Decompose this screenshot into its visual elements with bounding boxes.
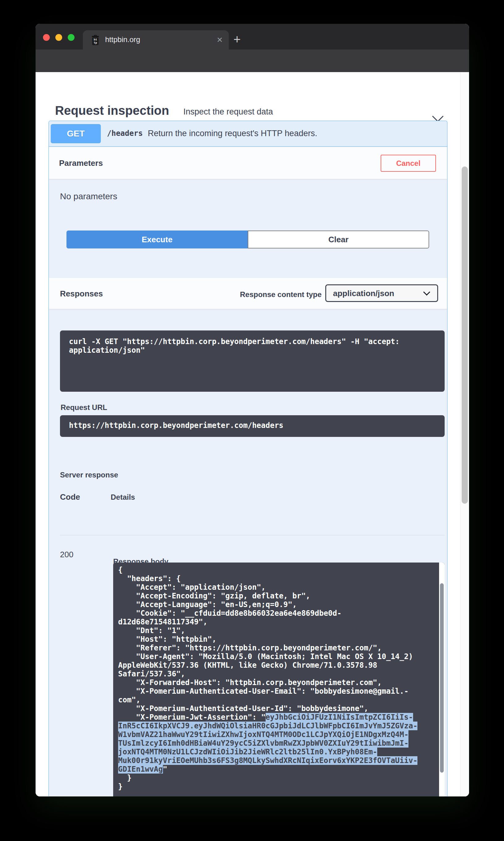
parameters-header: Parameters Cancel bbox=[49, 147, 447, 179]
browser-toolbar: ← → ⟳ https://httpbin.corp.beyondperimet… bbox=[36, 50, 469, 72]
content-type-label: Response content type bbox=[240, 290, 322, 299]
new-tab-button[interactable]: + bbox=[233, 33, 240, 46]
operation-summary[interactable]: GET /headers Return the incoming request… bbox=[49, 121, 447, 147]
httpbin-favicon-icon: http bbox=[91, 35, 100, 45]
response-table-divider bbox=[60, 535, 445, 535]
tab-close-icon[interactable]: × bbox=[217, 34, 223, 46]
operation-card-get-headers: GET /headers Return the incoming request… bbox=[49, 121, 447, 796]
response-body-block[interactable]: { "headers": { "Accept": "application/js… bbox=[113, 562, 445, 796]
content-type-value: application/json bbox=[333, 289, 394, 298]
selected-jwt-text: eyJhbGciOiJFUzI1NiIsImtpZCI6IiIs- InR5cC… bbox=[118, 713, 417, 773]
close-window-button[interactable] bbox=[43, 34, 50, 41]
zoom-window-button[interactable] bbox=[68, 34, 74, 41]
content-type-select[interactable]: application/json bbox=[325, 284, 438, 302]
browser-window: http httpbin.org × + ← → ⟳ https://httpb… bbox=[36, 24, 469, 796]
tab-strip: http httpbin.org × + bbox=[36, 24, 469, 50]
status-code: 200 bbox=[60, 550, 73, 559]
minimize-window-button[interactable] bbox=[55, 34, 62, 41]
cancel-button[interactable]: Cancel bbox=[381, 155, 436, 172]
page-content: Request inspection Inspect the request d… bbox=[36, 72, 469, 796]
page-scrollbar-track[interactable] bbox=[460, 72, 469, 796]
endpoint-description: Return the incoming request's HTTP heade… bbox=[148, 129, 317, 138]
response-body-scrollbar-track[interactable] bbox=[439, 562, 445, 796]
curl-command-text: curl -X GET "https://httpbin.corp.beyond… bbox=[60, 331, 445, 362]
chevron-down-icon bbox=[423, 289, 430, 296]
tab-title: httpbin.org bbox=[105, 35, 140, 44]
collapse-section-chevron-icon[interactable] bbox=[432, 111, 444, 122]
screenshot-stage: http httpbin.org × + ← → ⟳ https://httpb… bbox=[0, 0, 504, 841]
response-body-text: { "headers": { "Accept": "application/js… bbox=[113, 562, 445, 794]
request-url-label: Request URL bbox=[60, 403, 107, 412]
execute-button[interactable]: Execute bbox=[67, 230, 248, 248]
no-parameters-text: No parameters bbox=[60, 192, 117, 202]
request-url-block: https://httpbin.corp.beyondperimeter.com… bbox=[60, 415, 445, 437]
section-subtitle: Inspect the request data bbox=[183, 107, 273, 117]
page-scrollbar-thumb[interactable] bbox=[462, 167, 468, 504]
responses-title: Responses bbox=[60, 289, 103, 299]
method-badge: GET bbox=[51, 124, 101, 143]
responses-header: Responses Response content type applicat… bbox=[49, 278, 447, 309]
response-body-scrollbar-thumb[interactable] bbox=[440, 583, 444, 773]
server-response-label: Server response bbox=[60, 471, 118, 479]
endpoint-path: /headers bbox=[107, 129, 143, 138]
curl-command-block[interactable]: curl -X GET "https://httpbin.corp.beyond… bbox=[60, 331, 445, 392]
clear-button[interactable]: Clear bbox=[248, 230, 429, 248]
details-column-header: Details bbox=[111, 493, 135, 502]
code-column-header: Code bbox=[60, 492, 80, 502]
parameters-title: Parameters bbox=[59, 158, 103, 168]
section-title: Request inspection bbox=[55, 104, 169, 118]
tab-httpbin[interactable]: http httpbin.org × bbox=[83, 30, 229, 50]
request-url-text: https://httpbin.corp.beyondperimeter.com… bbox=[60, 415, 445, 436]
